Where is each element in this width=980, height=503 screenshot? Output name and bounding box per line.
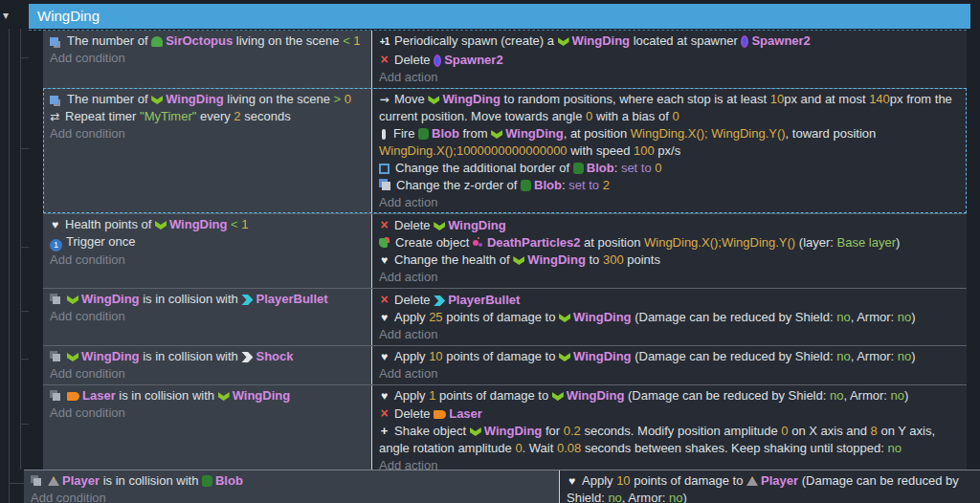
- action[interactable]: ×Delete Laser: [379, 405, 961, 423]
- action[interactable]: Fire Blob from WingDing, at position Win…: [379, 125, 961, 160]
- laser-icon: [67, 392, 79, 401]
- event-text: points: [624, 252, 660, 267]
- group-header[interactable]: WingDing: [29, 4, 970, 29]
- action[interactable]: ♥Apply 25 points of damage to WingDing (…: [379, 309, 961, 326]
- object-name: Spawner2: [444, 53, 502, 67]
- condition[interactable]: Player is in collision with Blob: [31, 472, 553, 490]
- event-row[interactable]: ♥Health points of WingDing < 11Trigger o…: [43, 213, 967, 288]
- event-text: no: [891, 388, 904, 403]
- object-name: PlayerBullet: [448, 293, 520, 307]
- action[interactable]: +Shake object WingDing for 0.2 seconds. …: [379, 423, 961, 457]
- object-name: WingDing: [567, 388, 625, 403]
- add-condition-button[interactable]: Add condition: [50, 405, 366, 422]
- event-text: Delete: [394, 53, 434, 67]
- conditions-column: The number of WingDing living on the sce…: [43, 89, 372, 213]
- action[interactable]: Change the z-order of Blob: set to 2: [379, 177, 961, 194]
- value-text: 0: [655, 161, 661, 175]
- event-text: no: [836, 310, 850, 324]
- add-condition-button[interactable]: Add condition: [31, 490, 553, 503]
- event-text: at position: [581, 235, 645, 250]
- zorder-icon: [382, 182, 390, 190]
- add-action-button[interactable]: Add action: [379, 326, 961, 343]
- add-condition-button[interactable]: Add condition: [50, 308, 366, 325]
- condition[interactable]: ⇄Repeat timer "MyTimer" every 2 seconds: [50, 108, 366, 125]
- value-text: 10: [429, 349, 442, 363]
- event-row[interactable]: The number of SirOctopus living on the s…: [43, 31, 967, 88]
- event-text: , Armor:: [851, 310, 898, 324]
- condition[interactable]: The number of SirOctopus living on the s…: [50, 33, 366, 50]
- add-condition-button[interactable]: Add condition: [50, 50, 366, 67]
- event-row[interactable]: WingDing is in collision with ShockAdd c…: [43, 345, 967, 384]
- value-text: 0: [672, 109, 679, 123]
- object-name: WingDing: [169, 217, 228, 231]
- action[interactable]: Create object DeathParticles2 at positio…: [379, 234, 961, 252]
- event-row[interactable]: Player is in collision with BlobAdd cond…: [24, 470, 980, 503]
- action[interactable]: Change the additional border of Blob: se…: [379, 160, 961, 177]
- wingding-icon: [558, 37, 569, 46]
- event-text: <: [343, 33, 350, 48]
- wingding-icon: [67, 295, 78, 304]
- value-text: 1: [353, 33, 360, 48]
- action[interactable]: ×Delete Spawner2: [379, 51, 961, 69]
- action[interactable]: ♥Apply 10 points of damage to Player (Da…: [567, 472, 974, 503]
- condition[interactable]: The number of WingDing living on the sce…: [50, 91, 366, 108]
- action[interactable]: ♥Apply 10 points of damage to WingDing (…: [379, 348, 961, 365]
- group-collapse-caret[interactable]: ▾: [3, 7, 9, 24]
- event-text: Base layer: [837, 235, 896, 250]
- wingding-icon: [559, 353, 570, 361]
- add-condition-button[interactable]: Add condition: [50, 365, 366, 383]
- event-text: Apply: [394, 310, 429, 324]
- player-icon: [48, 476, 59, 486]
- tree-tick: [20, 57, 29, 58]
- add-action-button[interactable]: Add action: [379, 365, 961, 383]
- add-action-button[interactable]: Add action: [379, 194, 961, 211]
- event-row[interactable]: Laser is in collision with WingDingAdd c…: [43, 384, 967, 476]
- condition[interactable]: WingDing is in collision with PlayerBull…: [50, 291, 366, 308]
- conditions-column: WingDing is in collision with ShockAdd c…: [43, 346, 372, 384]
- object-name: WingDing: [527, 252, 586, 267]
- event-text: , toward position: [786, 126, 877, 141]
- actions-column: ×Delete PlayerBullet♥Apply 25 points of …: [372, 289, 967, 345]
- tree-tick: [20, 424, 29, 425]
- action[interactable]: ×Delete WingDing: [379, 216, 961, 234]
- event-text: on X axis and: [789, 424, 871, 438]
- actions-column: ⇝Move WingDing to random positions, wher…: [372, 89, 967, 213]
- condition[interactable]: WingDing is in collision with Shock: [50, 348, 366, 365]
- wingding-icon: [559, 314, 570, 322]
- once-icon: 1: [50, 239, 62, 252]
- collision-icon: [53, 354, 60, 361]
- blob-icon: [418, 128, 429, 140]
- player-icon: [746, 476, 758, 486]
- condition[interactable]: ♥Health points of WingDing < 1: [50, 216, 366, 233]
- action[interactable]: ⇝Move WingDing to random positions, wher…: [379, 91, 961, 125]
- event-text: ): [896, 235, 900, 250]
- tree-line: [9, 29, 10, 503]
- group-event-list: The number of SirOctopus living on the s…: [43, 31, 967, 476]
- event-row[interactable]: The number of WingDing living on the sce…: [43, 88, 967, 213]
- event-text: seconds. Modify position amplitude: [581, 424, 782, 438]
- condition[interactable]: Laser is in collision with WingDing: [50, 387, 366, 405]
- action[interactable]: ×Delete PlayerBullet: [379, 291, 961, 309]
- event-text: to random positions, where each stop is …: [501, 92, 770, 106]
- spawner-icon: [741, 35, 748, 48]
- add-condition-button[interactable]: Add condition: [50, 125, 366, 142]
- repeat-icon: ⇄: [50, 108, 60, 125]
- event-text: set to: [568, 178, 599, 192]
- tree-line: [20, 29, 21, 470]
- object-name: WingDing: [81, 349, 140, 363]
- event-text: no: [887, 441, 901, 455]
- add-condition-button[interactable]: Add condition: [50, 252, 366, 269]
- event-text: The number of: [67, 92, 151, 106]
- value-text: 10: [770, 92, 784, 106]
- event-text: with speed: [568, 143, 634, 158]
- delete-icon: ×: [379, 291, 390, 308]
- action[interactable]: +1Periodically spawn (create) a WingDing…: [379, 33, 961, 51]
- action[interactable]: ♥Apply 1 points of damage to WingDing (D…: [379, 387, 961, 405]
- add-action-button[interactable]: Add action: [379, 269, 961, 286]
- event-text: , Armor:: [843, 388, 890, 403]
- event-row[interactable]: WingDing is in collision with PlayerBull…: [43, 288, 967, 345]
- group-title: WingDing: [37, 8, 100, 24]
- action[interactable]: ♥Change the health of WingDing to 300 po…: [379, 252, 961, 269]
- condition[interactable]: 1Trigger once: [50, 233, 366, 252]
- add-action-button[interactable]: Add action: [379, 69, 961, 86]
